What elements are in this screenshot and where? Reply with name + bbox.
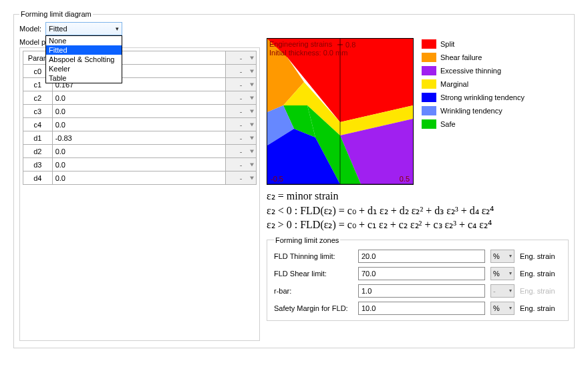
chevron-down-icon: ▾ xyxy=(509,305,512,311)
legend-item: Strong wrinkling tendency xyxy=(422,93,525,102)
param-name: d4 xyxy=(23,171,53,185)
fld-chart: Engineering strains Initial thickness: 0… xyxy=(267,38,414,185)
chevron-down-icon: ▾ xyxy=(509,253,512,259)
eng-strain-label: Eng. strain xyxy=(520,304,561,312)
legend-item: Excessive thinning xyxy=(422,66,525,75)
legend-item: Shear failure xyxy=(422,53,525,62)
legend-label: Split xyxy=(440,40,454,48)
param-value-input[interactable]: -0.83 xyxy=(52,131,226,145)
model-option-keeler[interactable]: Keeler xyxy=(46,64,122,73)
legend-item: Safe xyxy=(422,119,525,129)
fld-thinning-label: FLD Thinning limit: xyxy=(274,252,353,260)
safety-margin-unit-dropdown[interactable]: %▾ xyxy=(490,302,514,315)
model-label: Model: xyxy=(19,25,41,33)
param-unit-dropdown[interactable]: - xyxy=(226,118,257,131)
param-fieldset: Paran - c0 - c1 0.167 - xyxy=(19,47,260,341)
chevron-down-icon: ▾ xyxy=(116,25,119,32)
param-unit-dropdown[interactable]: - xyxy=(226,91,257,105)
legend-swatch xyxy=(422,66,436,75)
table-row: c3 0.0 - xyxy=(23,105,257,118)
param-unit-dropdown[interactable]: - xyxy=(226,105,257,118)
param-value-input[interactable]: 0.0 xyxy=(52,105,226,118)
legend-label: Shear failure xyxy=(440,53,482,61)
chevron-down-icon: ▾ xyxy=(509,270,512,276)
initial-thickness-label: Initial thickness: 0.0 mm xyxy=(269,49,347,57)
forming-limit-diagram-group: Forming limit diagram Model: Fitted ▾ No… xyxy=(13,10,575,348)
fld-shear-unit-dropdown[interactable]: %▾ xyxy=(490,267,514,280)
legend-list: Split Shear failure Excessive thinning M… xyxy=(422,39,525,129)
legend-item: Wrinkling tendency xyxy=(422,106,525,115)
equation-line2: ε₂ < 0 : FLD(ε₂) = c₀ + d₁ ε₂ + d₂ ε₂² +… xyxy=(267,204,569,218)
legend-swatch xyxy=(422,119,436,129)
param-name: d1 xyxy=(23,131,53,145)
table-row: c4 0.0 - xyxy=(23,118,257,131)
rbar-input[interactable] xyxy=(358,284,485,298)
legend-label: Safe xyxy=(440,120,456,128)
legend-item: Split xyxy=(422,39,525,49)
param-unit-dropdown[interactable]: - xyxy=(226,158,257,171)
fld-shear-input[interactable] xyxy=(358,267,485,280)
param-name: d2 xyxy=(23,145,53,158)
eng-strain-label-dim: Eng. strain xyxy=(520,287,561,295)
legend-swatch xyxy=(422,53,436,62)
rbar-unit-dropdown[interactable]: -▾ xyxy=(490,284,514,298)
fld-chart-svg xyxy=(267,39,413,184)
param-unit-dropdown[interactable]: - xyxy=(226,78,257,91)
fl-zones-title: Forming limit zones xyxy=(274,236,340,244)
param-unit-dropdown[interactable]: - xyxy=(226,171,257,185)
safety-margin-label: Safety Margin for FLD: xyxy=(274,304,353,312)
param-name: c2 xyxy=(23,91,53,105)
axis-x-max: 0.5 xyxy=(400,175,410,183)
model-dropdown-value: Fitted xyxy=(49,25,67,33)
param-name: d3 xyxy=(23,158,53,171)
legend-item: Marginal xyxy=(422,79,525,89)
param-value-input[interactable]: 0.0 xyxy=(52,158,226,171)
eng-strain-label: Eng. strain xyxy=(520,270,561,278)
table-row: d2 0.0 - xyxy=(23,145,257,158)
table-row: c2 0.0 - xyxy=(23,91,257,105)
param-value-input[interactable]: 0.0 xyxy=(52,118,226,131)
legend-swatch xyxy=(422,106,436,115)
fld-thinning-input[interactable] xyxy=(358,250,485,263)
param-unit-dropdown[interactable]: - xyxy=(226,65,257,78)
group-title: Forming limit diagram xyxy=(19,10,93,18)
safety-margin-input[interactable] xyxy=(358,302,485,315)
fld-shear-label: FLD Shear limit: xyxy=(274,270,353,278)
param-value-input[interactable]: 0.0 xyxy=(52,91,226,105)
param-name: c4 xyxy=(23,118,53,131)
table-row: d3 0.0 - xyxy=(23,158,257,171)
eng-strains-label: Engineering strains xyxy=(269,40,332,48)
legend-swatch xyxy=(422,93,436,102)
legend-label: Strong wrinkling tendency xyxy=(440,93,525,101)
param-unit-dropdown[interactable]: - xyxy=(226,131,257,145)
legend-label: Excessive thinning xyxy=(440,67,501,75)
param-value-input[interactable]: 0.0 xyxy=(52,145,226,158)
param-value-input[interactable]: 0.0 xyxy=(52,171,226,185)
axis-x-min: -0.5 xyxy=(271,175,283,183)
eng-strain-label: Eng. strain xyxy=(520,252,561,260)
legend-label: Wrinkling tendency xyxy=(440,107,502,115)
equation-block: ε₂ = minor strain ε₂ < 0 : FLD(ε₂) = c₀ … xyxy=(267,189,569,232)
param-unit-dropdown[interactable]: - xyxy=(226,145,257,158)
model-dropdown[interactable]: Fitted ▾ xyxy=(45,22,122,35)
axis-y-max: 0.8 xyxy=(345,41,355,49)
equation-line1: ε₂ = minor strain xyxy=(267,189,569,204)
legend-label: Marginal xyxy=(440,80,468,88)
legend-swatch xyxy=(422,79,436,89)
table-row: d4 0.0 - xyxy=(23,171,257,185)
model-option-none[interactable]: None xyxy=(46,36,122,45)
chevron-down-icon: ▾ xyxy=(509,288,512,294)
forming-limit-zones-group: Forming limit zones FLD Thinning limit: … xyxy=(267,236,569,321)
model-dropdown-list[interactable]: None Fitted Abspoel & Scholting Keeler T… xyxy=(45,35,122,83)
model-option-abspoel[interactable]: Abspoel & Scholting xyxy=(46,55,122,64)
model-option-table[interactable]: Table xyxy=(46,73,122,83)
legend-swatch xyxy=(422,39,436,49)
equation-line3: ε₂ > 0 : FLD(ε₂) = c₀ + c₁ ε₂ + c₂ ε₂² +… xyxy=(267,218,569,232)
model-option-fitted[interactable]: Fitted xyxy=(46,45,122,55)
rbar-label: r-bar: xyxy=(274,287,353,295)
param-unit-header[interactable]: - xyxy=(226,51,257,65)
fld-thinning-unit-dropdown[interactable]: %▾ xyxy=(490,250,514,263)
table-row: d1 -0.83 - xyxy=(23,131,257,145)
param-name: c3 xyxy=(23,105,53,118)
